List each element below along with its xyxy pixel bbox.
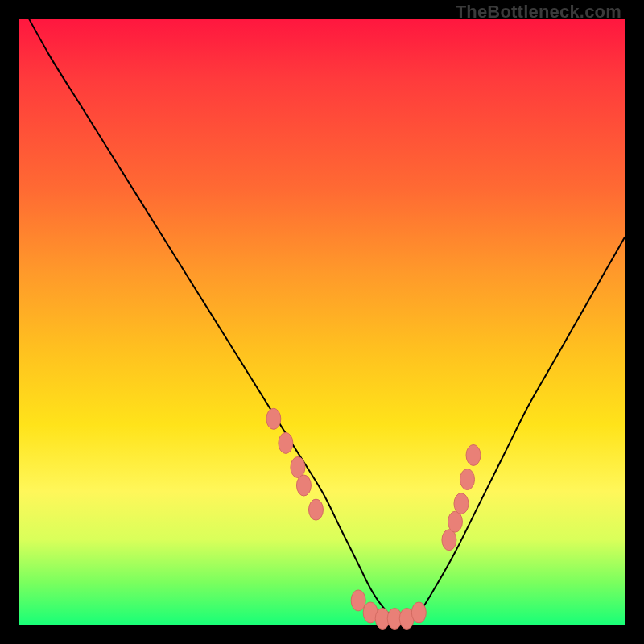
curve-marker [308, 499, 323, 520]
curve-marker [442, 530, 456, 551]
marker-group [266, 408, 481, 629]
curve-marker [454, 493, 469, 514]
curve-layer [19, 19, 625, 625]
curve-marker [448, 511, 462, 532]
curve-marker [296, 475, 311, 496]
chart-frame: TheBottleneck.com [0, 0, 644, 644]
curve-marker [266, 408, 281, 429]
curve-marker [466, 444, 481, 465]
curve-marker [460, 469, 474, 490]
curve-marker [291, 456, 305, 477]
curve-marker [279, 432, 293, 453]
curve-marker [411, 602, 426, 623]
curve-marker [351, 590, 365, 611]
bottleneck-curve [19, 1, 625, 619]
